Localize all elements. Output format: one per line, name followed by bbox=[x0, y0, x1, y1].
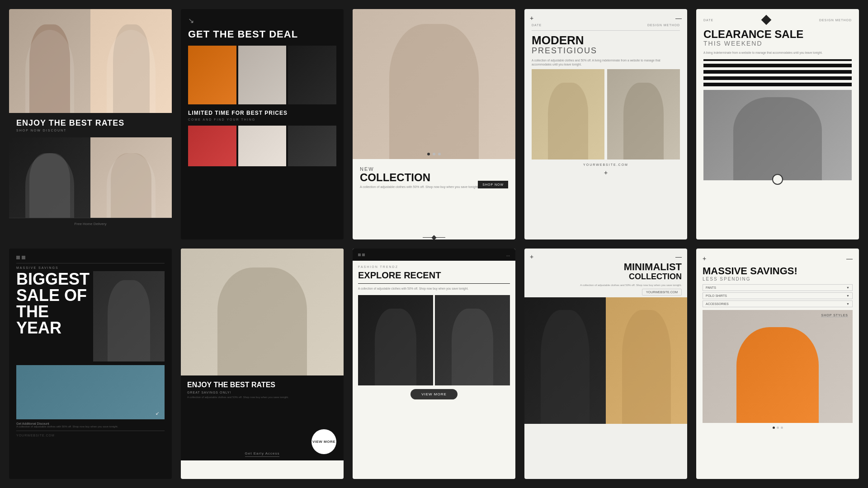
card-3-dots bbox=[427, 153, 441, 155]
card-1-title: ENJOY THE BEST RATES bbox=[16, 118, 165, 128]
card-6-discount-sub: A collection of adjustable clothes with … bbox=[16, 425, 165, 428]
card-10-option-2-label: POLO SHIRTS bbox=[706, 294, 727, 297]
card-10-option-1-chevron: ▼ bbox=[846, 286, 849, 289]
card-9-dropdown: YOURWEBSITE.COM bbox=[530, 289, 682, 296]
card-6-icon-1 bbox=[16, 256, 20, 259]
card-3-shop-btn[interactable]: SHOP NOW bbox=[478, 181, 508, 188]
card-1-img-2 bbox=[90, 9, 172, 113]
card-2-limited-sub: COME AND FIND YOUR THING bbox=[188, 118, 336, 121]
card-10-option-3-chevron: ▼ bbox=[846, 302, 849, 305]
card-10-shop-btn[interactable]: SHOP STYLES bbox=[821, 314, 848, 317]
card-10-top-bar: + — bbox=[703, 255, 853, 262]
card-9-plus-icon: + bbox=[530, 253, 533, 260]
card-7-title: ENJOY THE BEST RATES bbox=[187, 381, 337, 389]
card-5-diamond-icon bbox=[761, 15, 772, 25]
card-10-option-2-chevron: ▼ bbox=[846, 294, 849, 297]
card-10-dot-3 bbox=[781, 427, 783, 429]
card-9-title: MINIMALIST bbox=[530, 262, 682, 272]
card-6-get-discount: Get Additional Discount bbox=[16, 422, 165, 425]
card-9-right-content: MINIMALIST COLLECTION A collection of ad… bbox=[524, 262, 687, 296]
card-5-circle-badge bbox=[772, 174, 783, 185]
card-2-img-orange bbox=[188, 46, 236, 104]
card-4-desc: A collection of adjustable clothes and 5… bbox=[532, 58, 680, 66]
card-8-top-bar: ... bbox=[353, 249, 515, 261]
card-4-brand-sub: PRESTIGIOUS bbox=[532, 46, 680, 56]
card-9-img-camel bbox=[606, 297, 687, 424]
card-enjoy-rates-1: ENJOY THE BEST RATES SHOP NOW DISCOUNT F… bbox=[9, 9, 172, 239]
card-10-option-2[interactable]: POLO SHIRTS ▼ bbox=[703, 292, 853, 299]
card-8-view-more-btn[interactable]: View More bbox=[410, 389, 458, 399]
card-3-new-label: NEW bbox=[360, 166, 508, 172]
card-6-title: BIGGEST SALE OF THE YEAR bbox=[16, 271, 90, 336]
card-6-top-icons bbox=[16, 256, 165, 259]
card-6-bottom-photo: ↙ bbox=[16, 365, 165, 419]
card-9-subtitle: COLLECTION bbox=[530, 272, 682, 282]
card-8-view-more-container: View More bbox=[353, 389, 515, 408]
card-5-title: CLEARANCE SALE bbox=[703, 29, 852, 40]
card-3-dot-3 bbox=[438, 153, 441, 155]
card-4-top-divider bbox=[532, 30, 680, 31]
card-10-option-3-label: ACCESSORIES bbox=[706, 302, 729, 305]
card-10-dots bbox=[703, 427, 853, 429]
card-8-menu: ... bbox=[506, 252, 510, 257]
card-modern-prestigious: + — DATE DESIGN METHOD MODERN PRESTIGIOU… bbox=[524, 9, 687, 239]
card-9-minus-icon: — bbox=[675, 253, 682, 260]
card-9-img-dark bbox=[524, 297, 606, 424]
card-4-images bbox=[532, 69, 680, 160]
card-9-photos bbox=[524, 297, 687, 424]
card-4-label-right: DESIGN METHOD bbox=[647, 23, 680, 27]
card-8-icon-2 bbox=[362, 253, 365, 256]
card-10-main-img: SHOP STYLES bbox=[703, 310, 853, 423]
card-5-main-img bbox=[703, 90, 852, 180]
card-10-minus-icon: — bbox=[846, 255, 853, 262]
card-2-img-dark bbox=[288, 46, 336, 104]
card-2-img-red bbox=[188, 126, 236, 166]
card-7-footer-link[interactable]: Get Early Access bbox=[245, 451, 280, 457]
card-8-title: EXPLORE RECENT bbox=[358, 270, 510, 281]
card-clearance-sale: DATE DESIGN METHOD CLEARANCE SALE THIS W… bbox=[696, 9, 859, 239]
card-3-dot-1 bbox=[427, 153, 430, 155]
card-7-main-img bbox=[181, 249, 344, 375]
card-7-subtitle: GREAT SAVINGS ONLY! bbox=[187, 391, 337, 394]
card-10-option-1[interactable]: PANTS ▼ bbox=[703, 284, 853, 291]
card-2-arrow: ↘ bbox=[188, 16, 336, 25]
card-5-top-row: DATE DESIGN METHOD bbox=[703, 16, 852, 23]
card-2-title: GET THE BEST DEAL bbox=[188, 28, 336, 40]
card-8-photos bbox=[358, 295, 510, 385]
card-explore-recent: ... FASHION TRENDZ EXPLORE RECENT A coll… bbox=[353, 249, 515, 479]
card-1-top-images bbox=[9, 9, 172, 113]
card-8-divider bbox=[358, 283, 510, 284]
card-4-bottom-plus: + bbox=[532, 169, 680, 176]
card-5-subtitle: THIS WEEKEND bbox=[703, 40, 852, 47]
card-3-info: NEW COLLECTION A collection of adjustabl… bbox=[353, 159, 515, 196]
card-9-desc: A collection of adjustable clothes and 5… bbox=[530, 283, 682, 287]
card-8-top-icons bbox=[358, 253, 365, 256]
card-1-bottom-images bbox=[9, 137, 172, 218]
card-5-stripes bbox=[703, 59, 852, 86]
card-10-dot-2 bbox=[777, 427, 779, 429]
card-4-brand-title: MODERN bbox=[532, 34, 680, 46]
card-9-dropdown-box[interactable]: YOURWEBSITE.COM bbox=[642, 289, 682, 296]
card-biggest-sale: MASSIVE SAVINGS BIGGEST SALE OF THE YEAR… bbox=[9, 249, 172, 479]
card-1-img-4 bbox=[90, 137, 172, 218]
card-10-plus-icon: + bbox=[703, 255, 706, 262]
card-enjoy-rates-2: ENJOY THE BEST RATES GREAT SAVINGS ONLY!… bbox=[181, 249, 344, 479]
card-5-label-left: DATE bbox=[703, 19, 713, 22]
card-8-white-section: FASHION TRENDZ EXPLORE RECENT A collecti… bbox=[353, 261, 515, 295]
card-6-icon-2 bbox=[22, 256, 25, 259]
card-10-option-1-label: PANTS bbox=[706, 286, 716, 289]
card-10-dot-1 bbox=[773, 427, 775, 429]
card-7-view-btn[interactable]: View More bbox=[311, 429, 336, 454]
card-9-top-bar: + — bbox=[524, 249, 687, 262]
card-8-fashion-label: FASHION TRENDZ bbox=[358, 265, 510, 268]
card-4-img-main bbox=[532, 69, 604, 160]
card-5-label-right: DESIGN METHOD bbox=[819, 19, 852, 22]
card-8-icon-1 bbox=[358, 253, 361, 256]
card-6-person-img bbox=[93, 271, 165, 361]
card-2-img-bw bbox=[288, 126, 336, 166]
card-5-desc: A living indeterminate from a website to… bbox=[703, 51, 852, 55]
card-1-text: ENJOY THE BEST RATES SHOP NOW DISCOUNT bbox=[9, 113, 172, 137]
card-minimalist-collection: + — MINIMALIST COLLECTION A collection o… bbox=[524, 249, 687, 479]
card-4-top-labels: DATE DESIGN METHOD bbox=[532, 23, 680, 27]
card-10-option-3[interactable]: ACCESSORIES ▼ bbox=[703, 300, 853, 307]
